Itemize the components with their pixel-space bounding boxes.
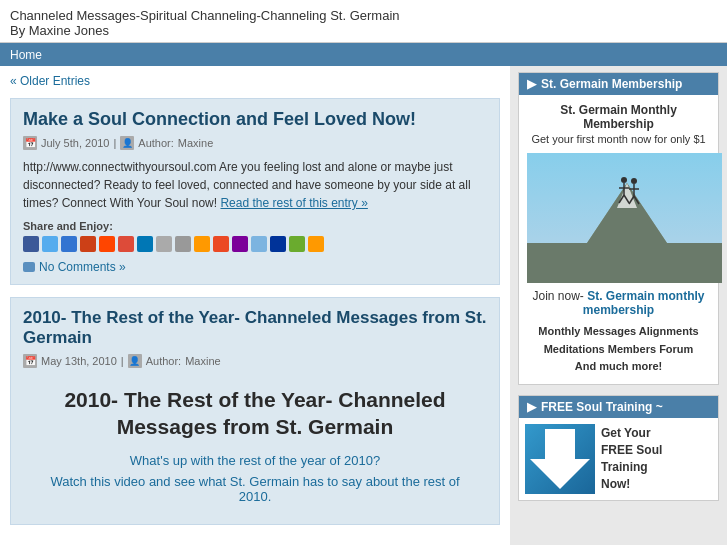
article-1-content: http://www.connectwithyoursoul.com Are y… [23, 158, 487, 212]
main-content: « Older Entries Make a Soul Connection a… [0, 66, 510, 545]
soul-header-icon: ▶ [527, 400, 536, 414]
embed-desc: Watch this video and see what St. Germai… [43, 474, 467, 504]
share-more2-icon[interactable] [308, 236, 324, 252]
share-stumble-icon[interactable] [213, 236, 229, 252]
monthly-line-2: Meditations Members Forum [527, 341, 710, 359]
soul-widget-header: ▶ FREE Soul Training ~ [519, 396, 718, 418]
share-facebook-icon[interactable] [23, 236, 39, 252]
site-subtitle: By Maxine Jones [10, 23, 717, 38]
site-title-link[interactable]: Channeled Messages-Spiritual Channeling-… [10, 8, 400, 23]
article-2-author-label: Author: [146, 355, 181, 367]
soul-training-widget: ▶ FREE Soul Training ~ Get Your FREE Sou… [518, 395, 719, 501]
widget-join: Join now- St. Germain monthly membership [527, 289, 710, 317]
svg-point-9 [631, 178, 637, 184]
share-myspace-icon[interactable] [270, 236, 286, 252]
share-feed-icon[interactable] [194, 236, 210, 252]
monthly-line-1: Monthly Messages Alignments [527, 323, 710, 341]
no-comments-link[interactable]: No Comments » [39, 260, 126, 274]
older-entries-link[interactable]: « Older Entries [10, 74, 500, 88]
share-yahoo-icon[interactable] [232, 236, 248, 252]
share-twitter-icon[interactable] [42, 236, 58, 252]
site-title: Channeled Messages-Spiritual Channeling-… [10, 8, 400, 23]
svg-point-4 [621, 177, 627, 183]
site-header: Channeled Messages-Spiritual Channeling-… [0, 0, 727, 43]
article-2-pipe: | [121, 355, 124, 367]
share-print-icon[interactable] [175, 236, 191, 252]
article-1-date: July 5th, 2010 [41, 137, 110, 149]
membership-title: St. Germain Monthly Membership [527, 103, 710, 131]
share-delicious-icon[interactable] [61, 236, 77, 252]
nav-home[interactable]: Home [10, 48, 42, 62]
article-1-author: Maxine [178, 137, 213, 149]
share-techno-icon[interactable] [251, 236, 267, 252]
article-1-author-label: Author: [138, 137, 173, 149]
article-1-read-more[interactable]: Read the rest of this entry » [220, 196, 367, 210]
embed-sub: What's up with the rest of the year of 2… [43, 453, 467, 468]
calendar-icon: 📅 [23, 136, 37, 150]
membership-widget-body: St. Germain Monthly Membership Get your … [519, 95, 718, 384]
article-1-title: Make a Soul Connection and Feel Loved No… [23, 109, 487, 130]
membership-widget: ▶ St. Germain Membership St. Germain Mon… [518, 72, 719, 385]
membership-image [527, 153, 722, 283]
widget-monthly: Monthly Messages Alignments Meditations … [527, 323, 710, 376]
membership-header-title: St. Germain Membership [541, 77, 682, 91]
calendar-icon-2: 📅 [23, 354, 37, 368]
membership-sub: Get your first month now for only $1 [527, 133, 710, 145]
embed-title: 2010- The Rest of the Year- Channeled Me… [43, 386, 467, 441]
share-more1-icon[interactable] [289, 236, 305, 252]
sidebar: ▶ St. Germain Membership St. Germain Mon… [510, 66, 727, 545]
share-section: Share and Enjoy: [23, 220, 487, 252]
monthly-line-3: And much more! [527, 358, 710, 376]
soul-text-line1: Get Your [601, 425, 662, 442]
share-linkedin-icon[interactable] [137, 236, 153, 252]
soul-text-line2: FREE Soul [601, 442, 662, 459]
svg-marker-14 [530, 429, 590, 489]
share-digg-icon[interactable] [80, 236, 96, 252]
soul-text-line4: Now! [601, 476, 662, 493]
article-2-title: 2010- The Rest of the Year- Channeled Me… [23, 308, 487, 348]
article-1: Make a Soul Connection and Feel Loved No… [10, 98, 500, 285]
membership-mountain-svg [527, 153, 722, 283]
share-icons [23, 236, 487, 252]
nav-bar: Home [0, 43, 727, 66]
soul-text-line3: Training [601, 459, 662, 476]
comment-bubble-icon [23, 262, 35, 272]
article-2-author: Maxine [185, 355, 220, 367]
article-2-meta: 📅 May 13th, 2010 | 👤 Author: Maxine [23, 354, 487, 368]
embed-post: 2010- The Rest of the Year- Channeled Me… [23, 376, 487, 514]
soul-download-image [525, 424, 595, 494]
share-label: Share and Enjoy: [23, 220, 487, 232]
share-reddit-icon[interactable] [99, 236, 115, 252]
membership-widget-header: ▶ St. Germain Membership [519, 73, 718, 95]
soul-header-title: FREE Soul Training ~ [541, 400, 663, 414]
article-2: 2010- The Rest of the Year- Channeled Me… [10, 297, 500, 525]
article-1-meta: 📅 July 5th, 2010 | 👤 Author: Maxine [23, 136, 487, 150]
share-email-icon[interactable] [156, 236, 172, 252]
join-link[interactable]: St. Germain monthly membership [583, 289, 705, 317]
membership-header-icon: ▶ [527, 77, 536, 91]
no-comments: No Comments » [23, 260, 487, 274]
soul-widget-body[interactable]: Get Your FREE Soul Training Now! [519, 418, 718, 500]
join-text: Join now- [532, 289, 583, 303]
article-2-date: May 13th, 2010 [41, 355, 117, 367]
soul-text: Get Your FREE Soul Training Now! [601, 425, 662, 492]
download-arrow-svg [530, 429, 590, 489]
share-google-icon[interactable] [118, 236, 134, 252]
author-icon: 👤 [120, 136, 134, 150]
article-1-pipe: | [114, 137, 117, 149]
author-icon-2: 👤 [128, 354, 142, 368]
page-wrapper: « Older Entries Make a Soul Connection a… [0, 66, 727, 545]
